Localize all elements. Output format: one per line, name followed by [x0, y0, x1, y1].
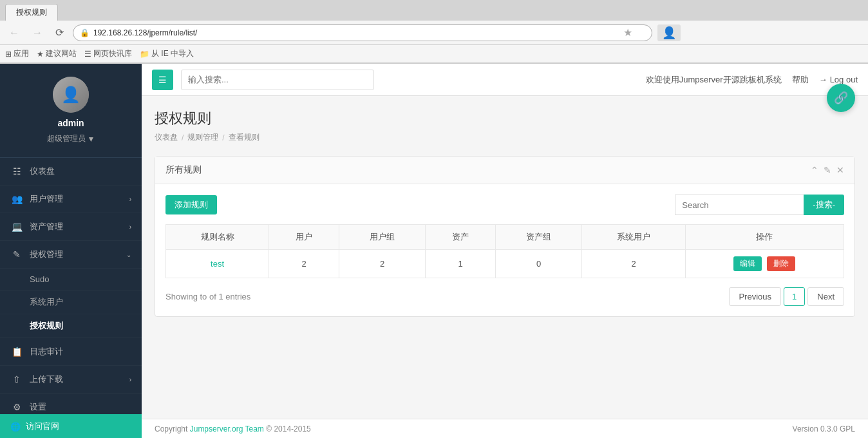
col-actions: 操作	[685, 225, 844, 250]
sidebar-item-sys-user[interactable]: 系统用户	[0, 290, 142, 314]
edit-button[interactable]: 编辑	[733, 256, 762, 271]
top-search-input[interactable]	[181, 70, 374, 90]
avatar: 👤	[53, 77, 89, 113]
rules-table: 规则名称 用户 用户组 资产 资产组 系统用户 操作	[165, 224, 844, 278]
sidebar-item-auth-rule[interactable]: 授权规则	[0, 314, 142, 338]
sidebar-item-auth-mgmt[interactable]: ✎ 授权管理 ⌄	[0, 241, 142, 269]
bookmark-apps[interactable]: ⊞ 应用	[5, 48, 29, 59]
quicknews-label: 网页快讯库	[93, 48, 132, 59]
pagination-area: Showing to of 1 entries Previous 1 Next	[165, 287, 844, 306]
apps-icon: ⊞	[5, 50, 12, 59]
gear-icon: ⚙	[10, 402, 23, 412]
bookmark-suggest[interactable]: ★ 建议网站	[37, 48, 77, 59]
rule-name-link[interactable]: test	[211, 259, 224, 269]
sidebar-role: 超级管理员 ▼	[47, 133, 95, 144]
copyright-label: Copyright	[155, 424, 190, 433]
col-assets: 资产	[426, 225, 496, 250]
col-user-groups: 用户组	[339, 225, 425, 250]
upload-icon: ⇧	[10, 374, 23, 385]
sidebar-item-asset-mgmt[interactable]: 💻 资产管理 ›	[0, 213, 142, 241]
auth-rule-label: 授权规则	[30, 320, 63, 332]
folder-icon: 📁	[140, 50, 149, 59]
sudo-label: Sudo	[30, 274, 49, 284]
breadcrumb-current: 查看规则	[229, 132, 259, 143]
cell-assets: 1	[426, 250, 496, 278]
card-body: 添加规则 -搜索- 规则名称 用户 用户组 资产	[155, 184, 854, 316]
fab-button[interactable]: 🔗	[827, 84, 855, 112]
help-link[interactable]: 帮助	[792, 74, 809, 86]
search-input[interactable]	[675, 195, 804, 215]
copyright-text: Copyright Jumpserver.org Team © 2014-201…	[155, 424, 311, 433]
wrench-icon[interactable]: ✎	[824, 165, 831, 175]
suggest-label: 建议网站	[46, 48, 77, 59]
dashboard-icon: ☷	[10, 166, 23, 176]
chevron-right-icon: ›	[129, 196, 131, 203]
refresh-button[interactable]: ⟳	[52, 25, 68, 40]
close-icon[interactable]: ✕	[836, 165, 844, 175]
chevron-right-icon: ›	[129, 224, 131, 231]
browser-toolbar: ← → ⟳ 🔒 192.168.26.128/jperm/rule/list/ …	[0, 21, 868, 45]
copyright-link[interactable]: Jumpserver.org Team	[190, 424, 264, 433]
top-nav: ☰ 欢迎使用Jumpserver开源跳板机系统 帮助 → Log out	[142, 64, 868, 96]
search-button[interactable]: -搜索-	[804, 195, 844, 215]
back-button[interactable]: ←	[5, 26, 23, 40]
active-tab[interactable]: 授权规则	[5, 4, 58, 21]
main-content: 授权规则 仪表盘 / 规则管理 / 查看规则 所有规则 ⌃ ✎ ✕	[142, 96, 868, 419]
breadcrumb: 仪表盘 / 规则管理 / 查看规则	[155, 132, 855, 143]
chevron-right-icon: ›	[129, 376, 131, 383]
sidebar-username: admin	[57, 118, 84, 128]
browser-bookmarks: ⊞ 应用 ★ 建议网站 ☰ 网页快讯库 📁 从 IE 中导入	[0, 45, 868, 63]
next-button[interactable]: Next	[807, 287, 844, 306]
auth-icon: ✎	[10, 249, 23, 260]
address-bar[interactable]: 🔒 192.168.26.128/jperm/rule/list/ ★	[73, 24, 652, 41]
breadcrumb-dashboard[interactable]: 仪表盘	[155, 132, 178, 143]
forward-button[interactable]: →	[28, 26, 46, 40]
pagination: Previous 1 Next	[729, 287, 844, 306]
card-title: 所有规则	[165, 164, 202, 176]
users-icon: 👥	[10, 194, 23, 204]
sidebar-footer-visit[interactable]: 🌐 访问官网	[0, 414, 142, 438]
logout-link[interactable]: → Log out	[819, 75, 858, 84]
log-icon: 📋	[10, 347, 23, 357]
sidebar-item-upload-dl[interactable]: ⇧ 上传下载 ›	[0, 366, 142, 394]
url-text: 192.168.26.128/jperm/rule/list/	[93, 28, 197, 37]
ie-import-label: 从 IE 中导入	[151, 48, 194, 59]
browser-tabs: 授权规则	[0, 0, 868, 21]
col-asset-groups: 资产组	[496, 225, 582, 250]
sidebar-item-settings[interactable]: ⚙ 设置	[0, 394, 142, 414]
star-icon[interactable]: ★	[623, 26, 632, 39]
sidebar-item-dashboard[interactable]: ☷ 仪表盘	[0, 158, 142, 186]
browser-chrome: 授权规则 ← → ⟳ 🔒 192.168.26.128/jperm/rule/l…	[0, 0, 868, 64]
copyright-year: © 2014-2015	[266, 424, 311, 433]
page-number: 1	[784, 287, 805, 306]
sidebar-item-sudo[interactable]: Sudo	[0, 269, 142, 290]
bookmark-quicknews[interactable]: ☰ 网页快讯库	[84, 48, 132, 59]
collapse-icon[interactable]: ⌃	[811, 165, 818, 175]
sys-user-label: 系统用户	[30, 296, 63, 308]
sidebar-item-user-mgmt[interactable]: 👥 用户管理 ›	[0, 186, 142, 213]
breadcrumb-rule-mgmt[interactable]: 规则管理	[187, 132, 218, 143]
share-icon: 🔗	[834, 91, 848, 105]
sidebar-menu: ☷ 仪表盘 👥 用户管理 › 💻 资产管理 › ✎ 授权管理 ⌄ Sudo	[0, 158, 142, 414]
sidebar-item-label: 日志审计	[30, 346, 63, 357]
search-area: -搜索-	[675, 195, 844, 215]
sidebar-item-log-audit[interactable]: 📋 日志审计	[0, 338, 142, 366]
bookmark-ie-import[interactable]: 📁 从 IE 中导入	[140, 48, 194, 59]
apps-label: 应用	[14, 48, 29, 59]
delete-button[interactable]: 删除	[767, 256, 795, 271]
hamburger-button[interactable]: ☰	[152, 70, 173, 90]
cell-sys-users: 2	[582, 250, 685, 278]
cell-rule-name: test	[166, 250, 269, 278]
logout-label: Log out	[830, 75, 858, 84]
add-rule-button[interactable]: 添加规则	[165, 195, 217, 214]
sidebar-item-label: 授权管理	[30, 249, 63, 260]
app-wrapper: 👤 admin 超级管理员 ▼ ☷ 仪表盘 👥 用户管理 › 💻 资产管理 ›	[0, 64, 868, 438]
logout-icon: →	[819, 75, 827, 84]
sidebar-item-label: 仪表盘	[30, 166, 55, 177]
sidebar-item-label: 用户管理	[30, 193, 63, 205]
page-title: 授权规则	[155, 109, 855, 128]
cell-actions: 编辑 删除	[685, 250, 844, 278]
visit-label: 访问官网	[26, 421, 59, 432]
previous-button[interactable]: Previous	[729, 287, 781, 306]
cell-asset-groups: 0	[496, 250, 582, 278]
